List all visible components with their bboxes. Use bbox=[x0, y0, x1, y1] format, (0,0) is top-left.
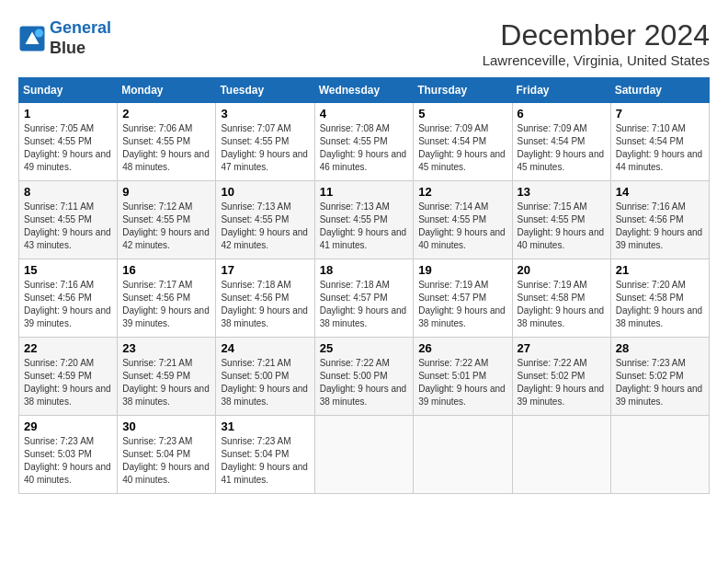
day-number: 2 bbox=[122, 107, 210, 121]
calendar-day-header: Wednesday bbox=[314, 78, 414, 103]
day-info: Sunrise: 7:15 AMSunset: 4:55 PMDaylight:… bbox=[518, 201, 606, 252]
location: Lawrenceville, Virginia, United States bbox=[483, 52, 710, 68]
svg-point-2 bbox=[35, 29, 43, 37]
day-info: Sunrise: 7:11 AMSunset: 4:55 PMDaylight:… bbox=[24, 201, 112, 252]
calendar-day-header: Tuesday bbox=[216, 78, 314, 103]
calendar-day-header: Friday bbox=[512, 78, 610, 103]
calendar-day-cell: 15Sunrise: 7:16 AMSunset: 4:56 PMDayligh… bbox=[19, 259, 118, 338]
calendar-day-cell: 25Sunrise: 7:22 AMSunset: 5:00 PMDayligh… bbox=[314, 338, 414, 416]
day-number: 3 bbox=[221, 107, 309, 121]
calendar-week-row: 29Sunrise: 7:23 AMSunset: 5:03 PMDayligh… bbox=[19, 416, 710, 494]
day-info: Sunrise: 7:20 AMSunset: 4:59 PMDaylight:… bbox=[24, 357, 112, 408]
day-info: Sunrise: 7:06 AMSunset: 4:55 PMDaylight:… bbox=[122, 122, 210, 174]
day-info: Sunrise: 7:19 AMSunset: 4:57 PMDaylight:… bbox=[418, 279, 506, 330]
day-info: Sunrise: 7:08 AMSunset: 4:55 PMDaylight:… bbox=[320, 122, 409, 174]
calendar-day-cell: 26Sunrise: 7:22 AMSunset: 5:01 PMDayligh… bbox=[414, 338, 512, 416]
calendar-day-header: Monday bbox=[118, 78, 216, 103]
day-number: 23 bbox=[122, 341, 210, 355]
logo-icon bbox=[18, 25, 46, 52]
day-info: Sunrise: 7:10 AMSunset: 4:54 PMDaylight:… bbox=[616, 122, 704, 174]
day-number: 26 bbox=[418, 341, 506, 355]
calendar-day-cell bbox=[610, 416, 709, 494]
calendar-day-cell: 22Sunrise: 7:20 AMSunset: 4:59 PMDayligh… bbox=[19, 338, 118, 416]
calendar-day-cell: 14Sunrise: 7:16 AMSunset: 4:56 PMDayligh… bbox=[610, 181, 709, 259]
day-info: Sunrise: 7:17 AMSunset: 4:56 PMDaylight:… bbox=[122, 279, 210, 330]
calendar-day-cell: 19Sunrise: 7:19 AMSunset: 4:57 PMDayligh… bbox=[414, 259, 512, 338]
day-number: 18 bbox=[320, 263, 409, 277]
day-number: 19 bbox=[418, 263, 506, 277]
calendar-day-cell: 12Sunrise: 7:14 AMSunset: 4:55 PMDayligh… bbox=[414, 181, 512, 259]
day-number: 7 bbox=[616, 107, 704, 121]
day-number: 29 bbox=[24, 419, 112, 433]
calendar-day-cell: 1Sunrise: 7:05 AMSunset: 4:55 PMDaylight… bbox=[19, 103, 118, 181]
day-info: Sunrise: 7:19 AMSunset: 4:58 PMDaylight:… bbox=[518, 279, 606, 330]
day-info: Sunrise: 7:23 AMSunset: 5:04 PMDaylight:… bbox=[122, 435, 210, 487]
page-header: General Blue December 2024 Lawrenceville… bbox=[18, 18, 710, 68]
day-number: 22 bbox=[24, 341, 112, 355]
calendar-day-cell: 6Sunrise: 7:09 AMSunset: 4:54 PMDaylight… bbox=[512, 103, 610, 181]
calendar-table: SundayMondayTuesdayWednesdayThursdayFrid… bbox=[18, 77, 710, 494]
day-info: Sunrise: 7:05 AMSunset: 4:55 PMDaylight:… bbox=[24, 122, 112, 174]
day-number: 28 bbox=[616, 341, 704, 355]
day-info: Sunrise: 7:18 AMSunset: 4:56 PMDaylight:… bbox=[221, 279, 309, 330]
day-info: Sunrise: 7:22 AMSunset: 5:02 PMDaylight:… bbox=[518, 357, 606, 408]
calendar-week-row: 15Sunrise: 7:16 AMSunset: 4:56 PMDayligh… bbox=[19, 259, 710, 338]
day-number: 11 bbox=[320, 185, 409, 199]
calendar-day-cell: 7Sunrise: 7:10 AMSunset: 4:54 PMDaylight… bbox=[610, 103, 709, 181]
day-number: 1 bbox=[24, 107, 112, 121]
calendar-day-header: Saturday bbox=[610, 78, 709, 103]
calendar-day-cell bbox=[512, 416, 610, 494]
day-info: Sunrise: 7:22 AMSunset: 5:00 PMDaylight:… bbox=[320, 357, 409, 408]
day-info: Sunrise: 7:22 AMSunset: 5:01 PMDaylight:… bbox=[418, 357, 506, 408]
calendar-day-cell: 20Sunrise: 7:19 AMSunset: 4:58 PMDayligh… bbox=[512, 259, 610, 338]
day-number: 14 bbox=[616, 185, 704, 199]
day-info: Sunrise: 7:16 AMSunset: 4:56 PMDaylight:… bbox=[616, 201, 704, 252]
day-number: 25 bbox=[320, 341, 409, 355]
day-number: 30 bbox=[122, 419, 210, 433]
calendar-day-cell: 18Sunrise: 7:18 AMSunset: 4:57 PMDayligh… bbox=[314, 259, 414, 338]
calendar-day-cell: 2Sunrise: 7:06 AMSunset: 4:55 PMDaylight… bbox=[118, 103, 216, 181]
title-section: December 2024 Lawrenceville, Virginia, U… bbox=[483, 18, 710, 68]
calendar-day-cell: 9Sunrise: 7:12 AMSunset: 4:55 PMDaylight… bbox=[118, 181, 216, 259]
day-number: 5 bbox=[418, 107, 506, 121]
calendar-day-cell: 31Sunrise: 7:23 AMSunset: 5:04 PMDayligh… bbox=[216, 416, 314, 494]
day-info: Sunrise: 7:09 AMSunset: 4:54 PMDaylight:… bbox=[518, 122, 606, 174]
calendar-week-row: 22Sunrise: 7:20 AMSunset: 4:59 PMDayligh… bbox=[19, 338, 710, 416]
day-number: 24 bbox=[221, 341, 309, 355]
calendar-day-cell: 30Sunrise: 7:23 AMSunset: 5:04 PMDayligh… bbox=[118, 416, 216, 494]
day-info: Sunrise: 7:14 AMSunset: 4:55 PMDaylight:… bbox=[418, 201, 506, 252]
calendar-day-cell bbox=[414, 416, 512, 494]
calendar-day-cell: 21Sunrise: 7:20 AMSunset: 4:58 PMDayligh… bbox=[610, 259, 709, 338]
calendar-day-header: Sunday bbox=[19, 78, 118, 103]
calendar-header-row: SundayMondayTuesdayWednesdayThursdayFrid… bbox=[19, 78, 710, 103]
calendar-day-cell: 4Sunrise: 7:08 AMSunset: 4:55 PMDaylight… bbox=[314, 103, 414, 181]
day-number: 21 bbox=[616, 263, 704, 277]
calendar-day-cell: 5Sunrise: 7:09 AMSunset: 4:54 PMDaylight… bbox=[414, 103, 512, 181]
calendar-day-cell: 3Sunrise: 7:07 AMSunset: 4:55 PMDaylight… bbox=[216, 103, 314, 181]
day-number: 6 bbox=[518, 107, 606, 121]
day-info: Sunrise: 7:23 AMSunset: 5:04 PMDaylight:… bbox=[221, 435, 309, 487]
calendar-day-cell bbox=[314, 416, 414, 494]
calendar-body: 1Sunrise: 7:05 AMSunset: 4:55 PMDaylight… bbox=[19, 103, 710, 494]
day-number: 10 bbox=[221, 185, 309, 199]
day-info: Sunrise: 7:07 AMSunset: 4:55 PMDaylight:… bbox=[221, 122, 309, 174]
day-number: 17 bbox=[221, 263, 309, 277]
calendar-week-row: 8Sunrise: 7:11 AMSunset: 4:55 PMDaylight… bbox=[19, 181, 710, 259]
calendar-day-cell: 29Sunrise: 7:23 AMSunset: 5:03 PMDayligh… bbox=[19, 416, 118, 494]
day-number: 15 bbox=[24, 263, 112, 277]
day-number: 27 bbox=[518, 341, 606, 355]
day-info: Sunrise: 7:21 AMSunset: 5:00 PMDaylight:… bbox=[221, 357, 309, 408]
calendar-day-cell: 17Sunrise: 7:18 AMSunset: 4:56 PMDayligh… bbox=[216, 259, 314, 338]
calendar-day-cell: 13Sunrise: 7:15 AMSunset: 4:55 PMDayligh… bbox=[512, 181, 610, 259]
day-number: 8 bbox=[24, 185, 112, 199]
calendar-day-cell: 23Sunrise: 7:21 AMSunset: 4:59 PMDayligh… bbox=[118, 338, 216, 416]
day-number: 12 bbox=[418, 185, 506, 199]
day-info: Sunrise: 7:20 AMSunset: 4:58 PMDaylight:… bbox=[616, 279, 704, 330]
calendar-day-cell: 10Sunrise: 7:13 AMSunset: 4:55 PMDayligh… bbox=[216, 181, 314, 259]
day-info: Sunrise: 7:23 AMSunset: 5:02 PMDaylight:… bbox=[616, 357, 704, 408]
day-info: Sunrise: 7:09 AMSunset: 4:54 PMDaylight:… bbox=[418, 122, 506, 174]
day-info: Sunrise: 7:13 AMSunset: 4:55 PMDaylight:… bbox=[320, 201, 409, 252]
day-info: Sunrise: 7:16 AMSunset: 4:56 PMDaylight:… bbox=[24, 279, 112, 330]
day-number: 4 bbox=[320, 107, 409, 121]
day-number: 20 bbox=[518, 263, 606, 277]
